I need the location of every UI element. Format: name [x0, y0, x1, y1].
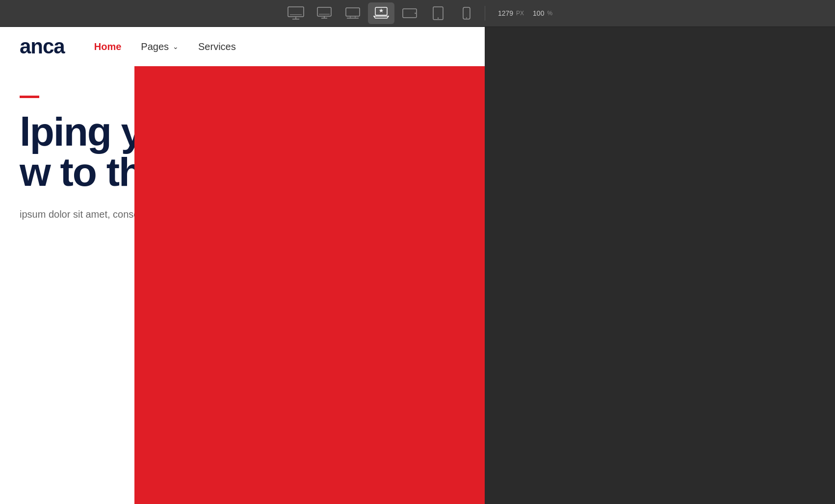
zoom-value: 100 — [533, 9, 544, 17]
hero-section: lping your business w to the next level.… — [0, 66, 485, 504]
svg-point-14 — [438, 18, 439, 19]
toolbar-separator — [485, 6, 485, 21]
nav-services[interactable]: Services — [198, 41, 236, 52]
device-btn-tablet-landscape[interactable] — [396, 2, 423, 24]
hero-accent-line — [20, 96, 39, 98]
website-preview: anca Home Pages ⌄ Services lping your bu… — [0, 27, 485, 504]
device-btn-monitor-large[interactable] — [283, 2, 309, 24]
toolbar-size-display: 1279 PX 100 % — [498, 9, 552, 17]
svg-rect-11 — [403, 9, 417, 18]
hero-red-panel — [134, 27, 485, 504]
site-logo: anca — [20, 35, 65, 58]
device-btn-monitor-medium[interactable] — [311, 2, 338, 24]
device-btn-mobile[interactable] — [453, 2, 480, 24]
nav-pages-label: Pages — [141, 41, 169, 52]
device-toolbar: 1279 PX 100 % — [0, 0, 835, 27]
chevron-down-icon: ⌄ — [173, 43, 179, 50]
canvas-area: anca Home Pages ⌄ Services lping your bu… — [0, 27, 835, 504]
svg-marker-10 — [379, 8, 383, 12]
nav-pages[interactable]: Pages ⌄ — [141, 41, 179, 52]
svg-point-12 — [415, 13, 416, 14]
device-btn-tablet-portrait[interactable] — [425, 2, 451, 24]
svg-point-16 — [466, 18, 467, 19]
nav-links: Home Pages ⌄ Services — [94, 41, 236, 52]
svg-rect-8 — [346, 8, 360, 16]
side-panel — [485, 27, 835, 504]
nav-home[interactable]: Home — [94, 41, 122, 52]
svg-rect-4 — [317, 7, 331, 16]
zoom-unit: % — [547, 10, 552, 17]
svg-rect-15 — [463, 7, 470, 19]
width-unit: PX — [516, 10, 524, 17]
svg-rect-0 — [288, 7, 304, 17]
device-btn-desktop[interactable] — [339, 2, 366, 24]
width-value: 1279 — [498, 9, 513, 17]
device-btn-laptop-starred[interactable] — [368, 2, 394, 24]
nav-bar: anca Home Pages ⌄ Services — [0, 27, 485, 66]
